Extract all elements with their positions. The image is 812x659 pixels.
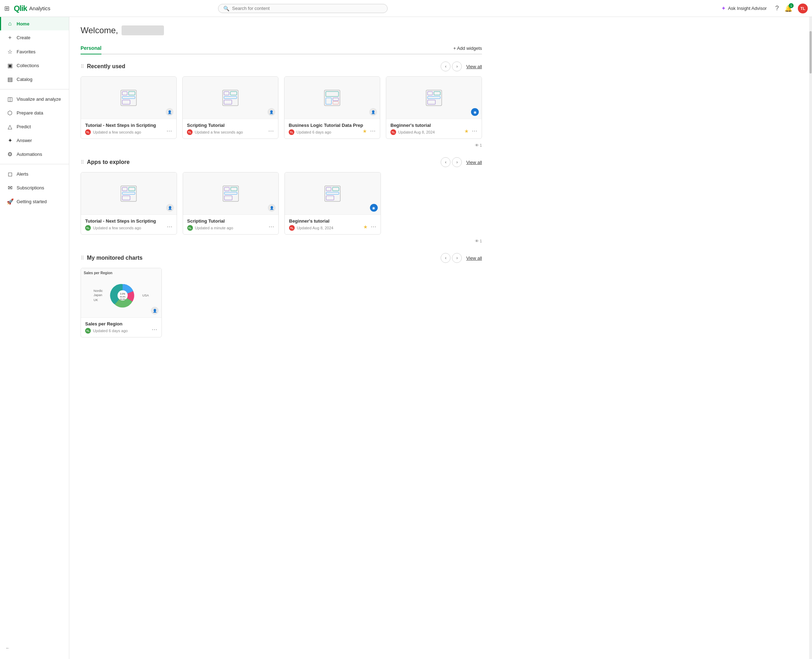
card-author-avatar: TL — [187, 129, 192, 135]
sidebar-item-alerts[interactable]: ◻ Alerts — [0, 167, 69, 181]
sidebar: ⌂ Home ＋ Create ☆ Favorites ▣ Collection… — [0, 17, 69, 659]
monitored-charts-cards: Sales per Region Nordic Japan UK — [80, 268, 482, 337]
drag-handle-icon[interactable]: ⠿ — [80, 64, 84, 69]
card-updated: Updated 6 days ago — [93, 329, 128, 333]
sidebar-item-visualize[interactable]: ◫ Visualize and analyze — [0, 92, 69, 106]
notifications-bell[interactable]: 🔔 1 — [784, 5, 792, 13]
card-menu-button[interactable]: ⋯ — [166, 222, 174, 231]
card-menu-button[interactable]: ⋯ — [150, 325, 159, 334]
nav-next-button[interactable]: › — [452, 61, 462, 71]
app-name-label: Analytics — [29, 5, 50, 11]
grid-menu-icon[interactable]: ⊞ — [4, 5, 9, 13]
sidebar-item-predict[interactable]: △ Predict — [0, 120, 69, 134]
sidebar-item-getting-started[interactable]: 🚀 Getting started — [0, 195, 69, 208]
card-badge: 👤 — [369, 108, 377, 116]
card-scripting-tutorial-2[interactable]: 👤 Scripting Tutorial TL Updated a minute… — [183, 172, 279, 235]
sidebar-item-subscriptions[interactable]: ✉ Subscriptions — [0, 181, 69, 195]
card-sales-per-region[interactable]: Sales per Region Nordic Japan UK — [80, 268, 162, 337]
view-all-button[interactable]: View all — [466, 255, 482, 261]
card-badge: 👤 — [166, 204, 174, 212]
nav-prev-button[interactable]: ‹ — [441, 61, 451, 71]
scrollbar-thumb[interactable] — [809, 31, 812, 74]
card-author-avatar: TL — [85, 328, 91, 334]
card-author-avatar: TL — [85, 225, 91, 231]
card-menu-button[interactable]: ⋯ — [267, 222, 276, 231]
card-title: Tutorial - Next Steps in Scripting — [85, 218, 172, 224]
card-actions: ⋯ — [165, 127, 173, 135]
card-tutorial-scripting-1[interactable]: 👤 Tutorial - Next Steps in Scripting TL … — [80, 76, 177, 139]
app-icon — [221, 88, 240, 108]
card-beginners-tutorial-2[interactable]: ◉ Beginner's tutorial TL Updated Aug 8, … — [284, 172, 381, 235]
card-actions: ★ ⋯ — [363, 222, 378, 231]
sidebar-item-label: Favorites — [17, 49, 35, 54]
nav-prev-button[interactable]: ‹ — [441, 253, 451, 263]
card-star-button[interactable]: ★ — [363, 128, 367, 134]
card-meta: TL Updated a few seconds ago — [187, 129, 274, 135]
view-all-button[interactable]: View all — [466, 64, 482, 69]
card-menu-button[interactable]: ⋯ — [369, 222, 378, 231]
user-avatar[interactable]: TL — [798, 3, 808, 13]
card-updated: Updated a few seconds ago — [93, 226, 141, 230]
section-title-row: ⠿ Recently used — [80, 63, 125, 69]
section-nav: ‹ › View all — [441, 157, 482, 167]
sidebar-item-catalog[interactable]: ▤ Catalog — [0, 73, 69, 86]
search-bar[interactable]: 🔍 — [218, 4, 388, 13]
card-meta: TL Updated a minute ago — [187, 225, 274, 231]
search-input[interactable] — [232, 6, 382, 11]
sidebar-item-prepare[interactable]: ⬡ Prepare data — [0, 106, 69, 120]
sidebar-item-favorites[interactable]: ☆ Favorites — [0, 45, 69, 59]
card-thumbnail: 👤 — [81, 77, 176, 119]
nav-prev-button[interactable]: ‹ — [441, 157, 451, 167]
card-badge: 👤 — [268, 204, 276, 212]
card-tutorial-scripting-2[interactable]: 👤 Tutorial - Next Steps in Scripting TL … — [80, 172, 177, 235]
apps-to-explore-section: ⠿ Apps to explore ‹ › View all — [80, 157, 482, 243]
section-views-count: 👁 1 — [475, 143, 482, 147]
card-business-logic[interactable]: 👤 Business Logic Tutorial Data Prep TL U… — [284, 76, 380, 139]
card-thumbnail: 👤 — [81, 172, 177, 215]
insight-advisor-button[interactable]: ✦ Ask Insight Advisor — [718, 3, 769, 13]
insight-advisor-label: Ask Insight Advisor — [728, 6, 767, 11]
help-icon[interactable]: ? — [775, 5, 779, 12]
app-icon — [424, 88, 444, 108]
content-tabs: Personal + Add widgets — [80, 43, 482, 54]
card-menu-button[interactable]: ⋯ — [165, 127, 173, 135]
view-all-button[interactable]: View all — [466, 160, 482, 165]
drag-handle-icon[interactable]: ⠿ — [80, 159, 84, 165]
card-thumbnail: ◉ — [386, 77, 482, 119]
monitored-charts-title: My monitored charts — [87, 255, 142, 261]
add-widgets-button[interactable]: + Add widgets — [453, 46, 482, 51]
drag-handle-icon[interactable]: ⠿ — [80, 255, 84, 261]
sidebar-item-label: Getting started — [17, 199, 47, 204]
card-badge: 👤 — [268, 108, 275, 116]
chart-legend: Nordic Japan UK — [94, 289, 103, 302]
card-beginners-tutorial-1[interactable]: ◉ Beginner's tutorial TL Updated Aug 8, … — [386, 76, 482, 139]
sidebar-item-automations[interactable]: ⚙ Automations — [0, 147, 69, 161]
sidebar-item-label: Visualize and analyze — [17, 96, 61, 102]
card-info: Scripting Tutorial TL Updated a few seco… — [183, 119, 278, 139]
card-menu-button[interactable]: ⋯ — [267, 127, 275, 135]
tab-personal[interactable]: Personal — [80, 43, 101, 54]
logo-area: Qlik Analytics — [14, 4, 50, 13]
card-updated: Updated a minute ago — [195, 226, 233, 230]
scrollbar[interactable] — [809, 17, 812, 659]
sidebar-item-label: Answer — [17, 138, 32, 143]
nav-next-button[interactable]: › — [452, 157, 462, 167]
card-star-button[interactable]: ★ — [363, 224, 368, 230]
card-author-avatar: TL — [85, 129, 91, 135]
app-icon — [119, 88, 139, 108]
sidebar-item-home[interactable]: ⌂ Home — [0, 17, 69, 30]
sidebar-collapse-button[interactable]: ← — [0, 643, 69, 653]
card-star-button[interactable]: ★ — [464, 128, 469, 134]
sidebar-item-collections[interactable]: ▣ Collections — [0, 59, 69, 73]
section-views-count: 👁 1 — [475, 239, 482, 243]
card-menu-button[interactable]: ⋯ — [470, 127, 479, 135]
svg-text:3.3%: 3.3% — [120, 293, 125, 295]
apps-to-explore-cards: 👤 Tutorial - Next Steps in Scripting TL … — [80, 172, 482, 235]
card-scripting-tutorial-1[interactable]: 👤 Scripting Tutorial TL Updated a few se… — [182, 76, 278, 139]
sidebar-item-answer[interactable]: ✦ Answer — [0, 134, 69, 147]
nav-next-button[interactable]: › — [452, 253, 462, 263]
sidebar-item-create[interactable]: ＋ Create — [0, 30, 69, 45]
card-menu-button[interactable]: ⋯ — [369, 127, 377, 135]
empty-slot — [386, 172, 482, 235]
card-updated: Updated a few seconds ago — [93, 130, 141, 134]
